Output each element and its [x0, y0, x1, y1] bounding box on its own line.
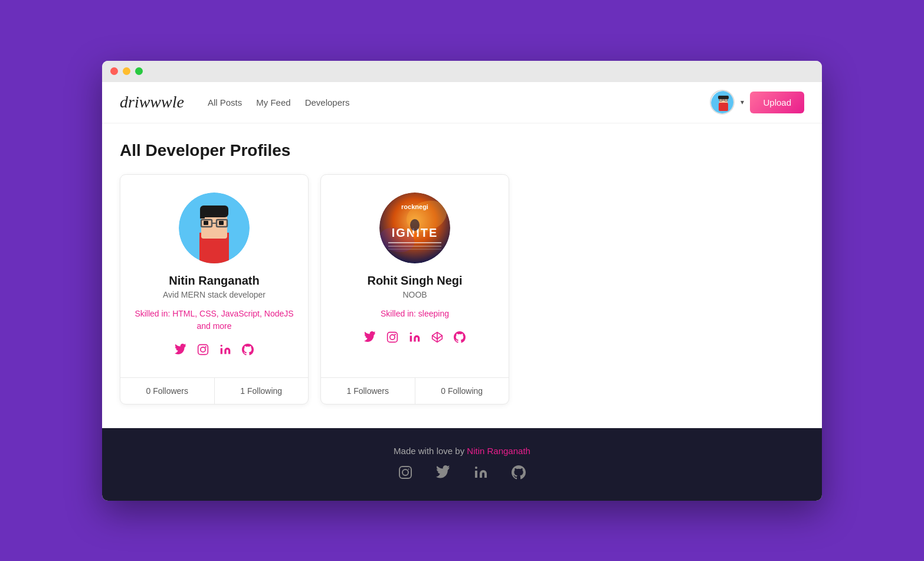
site-footer: Made with love by Nitin Ranganath	[102, 428, 822, 501]
svg-point-20	[201, 347, 205, 351]
rohit-following[interactable]: 0 Following	[415, 378, 509, 404]
nav-right: ▾ Upload	[710, 90, 804, 115]
svg-rect-32	[388, 332, 398, 342]
close-dot[interactable]	[110, 67, 118, 75]
svg-point-31	[410, 219, 420, 231]
nav-links: All Posts My Feed Developers	[208, 97, 693, 107]
avatar-nitin[interactable]	[179, 193, 250, 263]
upload-button[interactable]: Upload	[750, 92, 804, 113]
titlebar	[102, 61, 822, 82]
svg-rect-13	[200, 209, 205, 218]
instagram-icon[interactable]	[196, 343, 209, 356]
profile-card-nitin: Nitin Ranganath Avid MERN stack develope…	[120, 174, 309, 405]
rohit-card-footer: 1 Followers 0 Following	[321, 377, 509, 404]
rohit-skills: Skilled in: sleeping	[381, 308, 449, 320]
cards-grid: Nitin Ranganath Avid MERN stack develope…	[120, 174, 804, 405]
card-body-nitin: Nitin Ranganath Avid MERN stack develope…	[120, 175, 308, 377]
nitin-bio: Avid MERN stack developer	[163, 290, 266, 299]
svg-point-39	[402, 469, 408, 475]
svg-point-22	[221, 344, 222, 346]
svg-point-33	[390, 334, 395, 339]
nav-developers[interactable]: Developers	[305, 97, 350, 107]
footer-twitter-icon[interactable]	[436, 465, 450, 483]
rohit-socials	[363, 331, 466, 344]
rohit-name: Rohit Singh Negi	[367, 274, 462, 288]
logo[interactable]: driwwwle	[120, 93, 184, 112]
footer-github-icon[interactable]	[512, 465, 526, 483]
footer-linkedin-icon[interactable]	[474, 465, 488, 483]
rohit-github-icon[interactable]	[453, 331, 466, 344]
svg-rect-4	[719, 103, 728, 111]
rohit-bio: NOOB	[402, 290, 427, 299]
page-title: All Developer Profiles	[120, 141, 804, 160]
nitin-card-footer: 0 Followers 1 Following	[120, 377, 308, 404]
rohit-twitter-icon[interactable]	[363, 331, 376, 344]
nitin-skills: Skilled in: HTML, CSS, JavaScript, NodeJ…	[132, 308, 296, 332]
svg-point-35	[410, 332, 412, 334]
svg-rect-38	[399, 467, 411, 478]
nitin-name: Nitin Ranganath	[169, 274, 259, 288]
linkedin-icon[interactable]	[219, 343, 232, 356]
svg-point-21	[205, 346, 207, 348]
profile-card-rohit: rocknegi IGNITE	[320, 174, 509, 405]
nitin-socials	[174, 343, 254, 356]
main-content: All Developer Profiles	[102, 123, 822, 405]
rohit-codepen-icon[interactable]	[431, 331, 444, 344]
nitin-followers[interactable]: 0 Followers	[120, 378, 215, 404]
nav-my-feed[interactable]: My Feed	[256, 97, 290, 107]
content-area: driwwwle All Posts My Feed Developers	[102, 82, 822, 501]
footer-instagram-icon[interactable]	[398, 465, 412, 483]
svg-point-34	[394, 334, 396, 335]
nav-all-posts[interactable]: All Posts	[208, 97, 242, 107]
chevron-down-icon[interactable]: ▾	[740, 98, 744, 106]
svg-text:rocknegi: rocknegi	[401, 203, 428, 210]
footer-text: Made with love by	[394, 446, 467, 456]
maximize-dot[interactable]	[135, 67, 143, 75]
svg-rect-18	[219, 221, 224, 225]
svg-rect-17	[204, 221, 208, 225]
footer-icons	[114, 465, 810, 483]
svg-point-41	[475, 467, 477, 469]
minimize-dot[interactable]	[123, 67, 130, 75]
rohit-linkedin-icon[interactable]	[408, 331, 421, 344]
svg-rect-19	[198, 344, 208, 354]
nitin-following[interactable]: 1 Following	[215, 378, 309, 404]
svg-point-40	[408, 468, 409, 469]
github-icon[interactable]	[241, 343, 254, 356]
rohit-followers[interactable]: 1 Followers	[321, 378, 415, 404]
navbar: driwwwle All Posts My Feed Developers	[102, 82, 822, 123]
card-body-rohit: rocknegi IGNITE	[321, 175, 509, 377]
svg-rect-5	[718, 96, 729, 99]
rohit-instagram-icon[interactable]	[386, 331, 399, 344]
user-avatar[interactable]	[710, 90, 735, 115]
avatar-rohit[interactable]: rocknegi IGNITE	[379, 193, 450, 263]
footer-author-link[interactable]: Nitin Ranganath	[467, 446, 530, 456]
twitter-icon[interactable]	[174, 343, 187, 356]
